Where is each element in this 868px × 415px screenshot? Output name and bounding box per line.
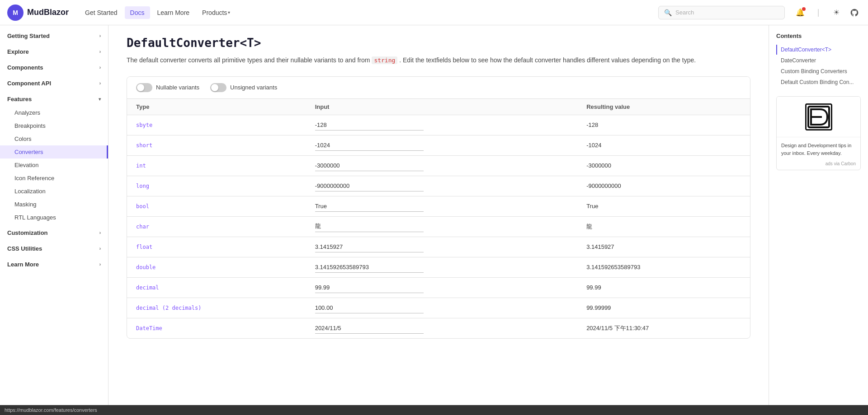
nullable-toggle-label: Nullable variants bbox=[156, 84, 199, 91]
type-cell: sbyte bbox=[127, 115, 306, 135]
input-cell[interactable] bbox=[306, 237, 577, 257]
resulting-value: -3000000 bbox=[586, 162, 611, 169]
col-type: Type bbox=[127, 99, 306, 115]
input-cell[interactable] bbox=[306, 196, 577, 216]
type-badge: decimal bbox=[136, 284, 159, 291]
nullable-toggle[interactable] bbox=[136, 83, 152, 92]
chevron-customization: › bbox=[99, 230, 101, 235]
logo-link[interactable]: M MudBlazor bbox=[7, 5, 69, 21]
type-badge: sbyte bbox=[136, 122, 152, 128]
resulting-value: 99.99 bbox=[586, 284, 601, 291]
resulting-value: -1024 bbox=[586, 142, 601, 149]
input-field[interactable] bbox=[315, 323, 424, 334]
sidebar-component-api-header[interactable]: Component API › bbox=[0, 76, 108, 90]
navbar-icons: 🔔 | ☀ bbox=[794, 6, 861, 19]
type-cell: decimal (2 decimals) bbox=[127, 298, 306, 318]
input-cell[interactable] bbox=[306, 257, 577, 277]
sidebar-item-analyzers[interactable]: Analyzers bbox=[0, 106, 108, 119]
input-field[interactable] bbox=[315, 160, 424, 171]
sidebar-learn-more-header[interactable]: Learn More › bbox=[0, 257, 108, 271]
input-cell[interactable] bbox=[306, 176, 577, 196]
nav-learn-more[interactable]: Learn More bbox=[152, 6, 195, 19]
products-chevron-icon: ▾ bbox=[228, 10, 230, 15]
input-field[interactable] bbox=[315, 221, 424, 232]
resulting-value: True bbox=[586, 203, 598, 210]
contents-item-2[interactable]: Custom Binding Converters bbox=[776, 66, 861, 76]
result-cell: 3.141592653589793 bbox=[577, 257, 750, 277]
sidebar-getting-started-header[interactable]: Getting Started › bbox=[0, 29, 108, 43]
contents-item-0[interactable]: DefaultConverter<T> bbox=[776, 45, 861, 55]
input-field[interactable] bbox=[315, 242, 424, 252]
sidebar-explore-header[interactable]: Explore › bbox=[0, 45, 108, 59]
unsigned-toggle-label: Unsigned variants bbox=[230, 84, 277, 91]
chevron-learn-more: › bbox=[99, 262, 101, 267]
type-badge: int bbox=[136, 163, 146, 169]
resulting-value: 99.99999 bbox=[586, 304, 611, 311]
contents-item-3[interactable]: Default Custom Binding Con... bbox=[776, 77, 861, 87]
input-cell[interactable] bbox=[306, 216, 577, 237]
sidebar-item-colors[interactable]: Colors bbox=[0, 132, 108, 145]
result-cell: 2024/11/5 下午11:30:47 bbox=[577, 318, 750, 338]
search-icon: 🔍 bbox=[664, 9, 672, 16]
main-layout: Getting Started › Explore › Components ›… bbox=[0, 25, 868, 405]
sidebar-item-rtl-languages[interactable]: RTL Languages bbox=[0, 211, 108, 224]
converter-table: Type Input Resulting value sbyte -128 sh… bbox=[127, 99, 750, 338]
result-cell: -9000000000 bbox=[577, 176, 750, 196]
type-cell: short bbox=[127, 135, 306, 155]
sidebar-customization-header[interactable]: Customization › bbox=[0, 226, 108, 240]
input-field[interactable] bbox=[315, 181, 424, 191]
search-placeholder: Search bbox=[675, 9, 694, 16]
result-cell: 3.1415927 bbox=[577, 237, 750, 257]
table-row: long -9000000000 bbox=[127, 176, 750, 196]
sidebar-css-utilities-header[interactable]: CSS Utilities › bbox=[0, 242, 108, 256]
table-row: float 3.1415927 bbox=[127, 237, 750, 257]
unsigned-toggle-knob bbox=[211, 84, 218, 91]
col-result: Resulting value bbox=[577, 99, 750, 115]
github-icon[interactable] bbox=[848, 6, 861, 19]
sidebar-features-header[interactable]: Features ▾ bbox=[0, 92, 108, 106]
input-cell[interactable] bbox=[306, 298, 577, 318]
sidebar-components-header[interactable]: Components › bbox=[0, 61, 108, 75]
sidebar-item-converters[interactable]: Converters bbox=[0, 145, 108, 159]
sidebar-item-elevation[interactable]: Elevation bbox=[0, 159, 108, 172]
resulting-value: -128 bbox=[586, 121, 598, 128]
type-badge: double bbox=[136, 264, 156, 270]
search-bar[interactable]: 🔍 Search bbox=[658, 6, 785, 19]
nav-get-started[interactable]: Get Started bbox=[80, 6, 123, 19]
unsigned-toggle[interactable] bbox=[210, 83, 226, 92]
input-field[interactable] bbox=[315, 201, 424, 212]
ad-body-text: Design and Development tips in your inbo… bbox=[777, 137, 860, 161]
ad-card[interactable]: Design and Development tips in your inbo… bbox=[776, 96, 861, 170]
input-cell[interactable] bbox=[306, 318, 577, 338]
input-field[interactable] bbox=[315, 120, 424, 131]
sidebar-section-explore: Explore › bbox=[0, 45, 108, 59]
contents-item-1[interactable]: DateConverter bbox=[776, 56, 861, 65]
result-cell: -3000000 bbox=[577, 155, 750, 176]
sidebar-item-breakpoints[interactable]: Breakpoints bbox=[0, 119, 108, 132]
type-badge: DateTime bbox=[136, 325, 162, 331]
bell-icon[interactable]: 🔔 bbox=[794, 6, 807, 19]
code-string: string bbox=[372, 56, 397, 64]
result-cell: True bbox=[577, 196, 750, 216]
input-cell[interactable] bbox=[306, 277, 577, 298]
input-field[interactable] bbox=[315, 282, 424, 293]
table-row: bool True bbox=[127, 196, 750, 216]
input-field[interactable] bbox=[315, 140, 424, 151]
table-row: double 3.141592653589793 bbox=[127, 257, 750, 277]
input-cell[interactable] bbox=[306, 115, 577, 135]
nav-links: Get Started Docs Learn More Products ▾ bbox=[80, 6, 236, 19]
type-badge: short bbox=[136, 142, 152, 149]
input-cell[interactable] bbox=[306, 155, 577, 176]
logo-text: MudBlazor bbox=[27, 8, 69, 17]
nav-products[interactable]: Products ▾ bbox=[197, 6, 236, 19]
nav-docs[interactable]: Docs bbox=[125, 6, 150, 19]
sidebar-item-localization[interactable]: Localization bbox=[0, 185, 108, 198]
sidebar-item-icon-reference[interactable]: Icon Reference bbox=[0, 172, 108, 185]
input-field[interactable] bbox=[315, 303, 424, 313]
result-cell: 99.99 bbox=[577, 277, 750, 298]
type-cell: float bbox=[127, 237, 306, 257]
input-cell[interactable] bbox=[306, 135, 577, 155]
input-field[interactable] bbox=[315, 262, 424, 273]
sidebar-item-masking[interactable]: Masking bbox=[0, 198, 108, 211]
sun-icon[interactable]: ☀ bbox=[830, 6, 843, 19]
